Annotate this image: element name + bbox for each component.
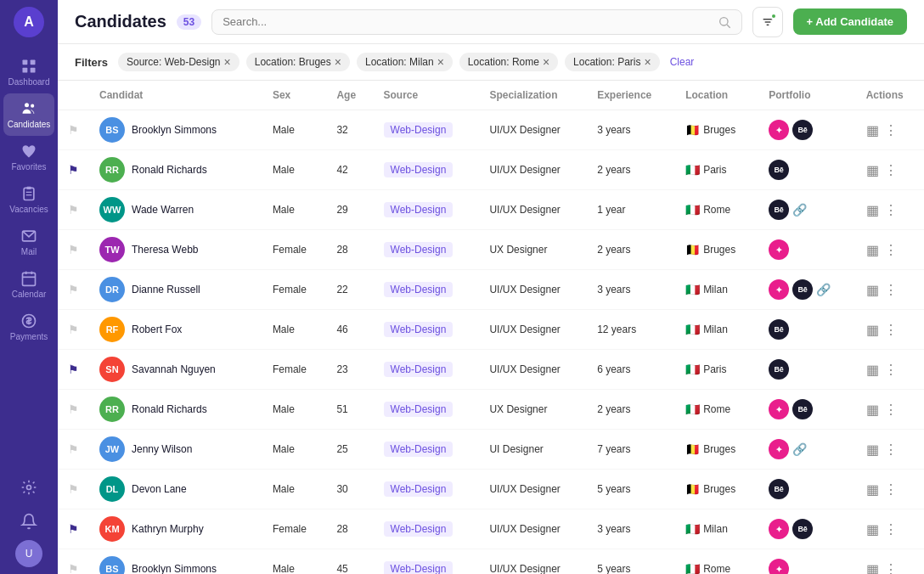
- filter-chip-rome[interactable]: Location: Rome ×: [459, 53, 558, 71]
- source-link[interactable]: Web-Design: [384, 561, 454, 574]
- sidebar-item-calendar[interactable]: Calendar: [0, 263, 58, 306]
- bookmark-icon[interactable]: ⚑: [68, 363, 79, 376]
- avatar[interactable]: U: [15, 540, 42, 567]
- bookmark-icon[interactable]: ⚑: [68, 522, 79, 536]
- portfolio-link-icon[interactable]: 🔗: [816, 283, 831, 296]
- sidebar-item-mail[interactable]: Mail: [0, 221, 58, 263]
- more-options-icon[interactable]: ⋮: [884, 122, 898, 138]
- sidebar-item-vacancies[interactable]: Vacancies: [0, 178, 58, 221]
- sidebar-item-favorites[interactable]: Favorites: [0, 136, 58, 178]
- source-link[interactable]: Web-Design: [384, 402, 454, 417]
- filter-chip-remove[interactable]: ×: [224, 56, 231, 68]
- svg-rect-0: [23, 60, 28, 65]
- more-options-icon[interactable]: ⋮: [884, 162, 898, 178]
- sidebar-item-notifications[interactable]: [15, 506, 42, 537]
- more-options-icon[interactable]: ⋮: [884, 561, 898, 575]
- more-options-icon[interactable]: ⋮: [884, 521, 898, 537]
- message-icon[interactable]: ▦: [866, 122, 879, 138]
- message-icon[interactable]: ▦: [866, 282, 879, 298]
- portfolio-icon-behance[interactable]: Bē: [792, 519, 813, 539]
- portfolio-icon-behance[interactable]: Bē: [769, 160, 789, 180]
- add-candidate-button[interactable]: + Add Candidate: [793, 8, 907, 35]
- message-icon[interactable]: ▦: [866, 481, 879, 498]
- more-options-icon[interactable]: ⋮: [884, 242, 898, 258]
- source-link[interactable]: Web-Design: [384, 362, 454, 377]
- filter-chip-remove[interactable]: ×: [644, 56, 651, 68]
- portfolio-icon-behance[interactable]: Bē: [769, 479, 789, 499]
- filter-chip-remove[interactable]: ×: [437, 56, 444, 68]
- source-link[interactable]: Web-Design: [384, 442, 454, 457]
- portfolio-icon-behance[interactable]: Bē: [792, 399, 813, 419]
- actions-cell: ▦ ⋮: [856, 350, 924, 390]
- filter-chip-remove[interactable]: ×: [543, 56, 549, 68]
- message-icon[interactable]: ▦: [866, 202, 879, 218]
- filter-chip-label: Location: Milan: [365, 56, 434, 68]
- more-options-icon[interactable]: ⋮: [884, 442, 898, 458]
- source-link[interactable]: Web-Design: [384, 122, 454, 138]
- flag-icon: 🇮🇹: [685, 562, 700, 574]
- bookmark-icon[interactable]: ⚑: [68, 203, 79, 217]
- location-cell: 🇧🇪 Bruges: [675, 470, 758, 509]
- message-icon[interactable]: ▦: [866, 162, 879, 178]
- message-icon[interactable]: ▦: [866, 442, 879, 458]
- message-icon[interactable]: ▦: [866, 402, 879, 418]
- filter-chip-source[interactable]: Source: Web-Design ×: [118, 53, 239, 71]
- bookmark-icon[interactable]: ⚑: [68, 283, 79, 296]
- more-options-icon[interactable]: ⋮: [884, 481, 898, 498]
- experience-cell: 12 years: [587, 310, 675, 350]
- message-icon[interactable]: ▦: [866, 521, 879, 537]
- portfolio-icon-pink[interactable]: ✦: [769, 559, 789, 574]
- candidates-count: 53: [177, 14, 201, 30]
- message-icon[interactable]: ▦: [866, 362, 879, 378]
- portfolio-icon-pink[interactable]: ✦: [769, 120, 789, 140]
- portfolio-link-icon[interactable]: 🔗: [792, 203, 807, 217]
- portfolio-icon-pink[interactable]: ✦: [769, 399, 789, 419]
- source-link[interactable]: Web-Design: [384, 202, 454, 217]
- sidebar-item-dashboard[interactable]: Dashboard: [0, 51, 58, 93]
- source-link[interactable]: Web-Design: [384, 481, 454, 497]
- more-options-icon[interactable]: ⋮: [884, 202, 898, 218]
- portfolio-icon-behance[interactable]: Bē: [769, 359, 789, 380]
- source-link[interactable]: Web-Design: [384, 521, 454, 537]
- portfolio-icon-pink[interactable]: ✦: [769, 439, 789, 459]
- portfolio-icon-pink[interactable]: ✦: [769, 519, 789, 539]
- bookmark-icon[interactable]: ⚑: [68, 323, 79, 336]
- bookmark-icon[interactable]: ⚑: [68, 562, 79, 574]
- portfolio-icon-behance[interactable]: Bē: [792, 279, 813, 300]
- filter-chip-remove[interactable]: ×: [335, 56, 341, 68]
- candidate-name: Ronald Richards: [132, 164, 207, 176]
- bookmark-icon[interactable]: ⚑: [68, 402, 79, 416]
- filter-chip-paris[interactable]: Location: Paris ×: [565, 53, 660, 71]
- portfolio-icon-behance[interactable]: Bē: [769, 319, 789, 340]
- bookmark-icon[interactable]: ⚑: [68, 163, 79, 177]
- more-options-icon[interactable]: ⋮: [884, 282, 898, 298]
- more-options-icon[interactable]: ⋮: [884, 322, 898, 338]
- message-icon[interactable]: ▦: [866, 242, 879, 258]
- sidebar-item-payments[interactable]: Payments: [0, 306, 58, 348]
- bookmark-icon[interactable]: ⚑: [68, 123, 79, 137]
- sidebar-item-candidates[interactable]: Candidates: [3, 93, 54, 136]
- search-input[interactable]: [223, 15, 710, 28]
- sidebar-item-settings[interactable]: [15, 472, 42, 503]
- filter-chip-milan[interactable]: Location: Milan ×: [357, 53, 453, 71]
- portfolio-icon-behance[interactable]: Bē: [792, 120, 813, 140]
- portfolio-icon-pink[interactable]: ✦: [769, 279, 789, 300]
- message-icon[interactable]: ▦: [866, 561, 879, 575]
- clear-filters-button[interactable]: Clear: [670, 56, 695, 68]
- portfolio-icon-pink[interactable]: ✦: [769, 239, 789, 260]
- more-options-icon[interactable]: ⋮: [884, 402, 898, 418]
- bookmark-icon[interactable]: ⚑: [68, 482, 79, 496]
- source-link[interactable]: Web-Design: [384, 242, 454, 257]
- filter-button[interactable]: [752, 7, 783, 37]
- message-icon[interactable]: ▦: [866, 322, 879, 338]
- bookmark-icon[interactable]: ⚑: [68, 243, 79, 256]
- portfolio-icon-behance[interactable]: Bē: [769, 200, 789, 220]
- portfolio-link-icon[interactable]: 🔗: [792, 442, 807, 456]
- source-link[interactable]: Web-Design: [384, 162, 454, 177]
- source-link[interactable]: Web-Design: [384, 282, 454, 297]
- source-link[interactable]: Web-Design: [384, 322, 454, 337]
- more-options-icon[interactable]: ⋮: [884, 362, 898, 378]
- filter-chip-bruges[interactable]: Location: Bruges ×: [246, 53, 350, 71]
- bookmark-icon[interactable]: ⚑: [68, 442, 79, 456]
- search-bar[interactable]: [211, 9, 741, 35]
